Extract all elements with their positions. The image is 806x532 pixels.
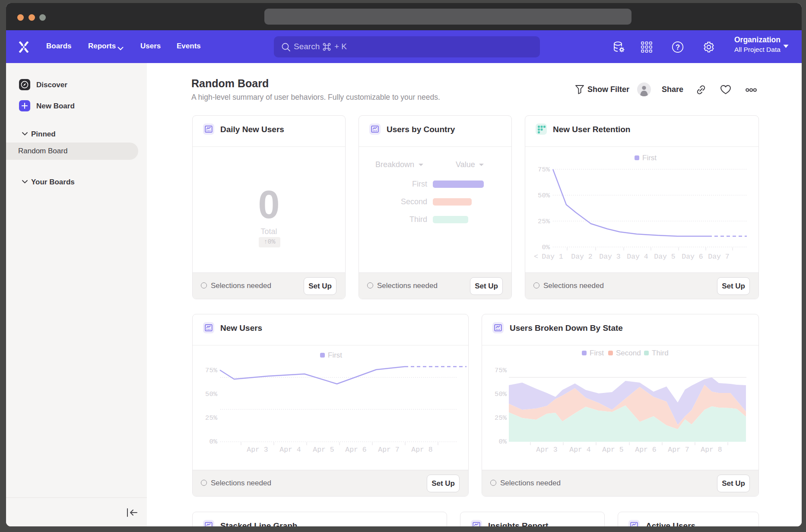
svg-text:Apr 7: Apr 7 bbox=[668, 446, 689, 454]
svg-text:Apr 3: Apr 3 bbox=[247, 446, 268, 454]
svg-text:Apr 5: Apr 5 bbox=[313, 446, 334, 454]
svg-text:50%: 50% bbox=[538, 192, 550, 200]
svg-text:Apr 4: Apr 4 bbox=[279, 446, 301, 454]
svg-text:Day 2: Day 2 bbox=[571, 253, 593, 261]
svg-text:Day 5: Day 5 bbox=[654, 253, 676, 261]
svg-text:Day 3: Day 3 bbox=[599, 253, 621, 261]
svg-text:75%: 75% bbox=[205, 367, 218, 374]
svg-text:75%: 75% bbox=[495, 367, 507, 374]
svg-text:0%: 0% bbox=[542, 244, 550, 251]
svg-text:Day 6: Day 6 bbox=[682, 253, 703, 261]
svg-text:Third: Third bbox=[652, 349, 669, 357]
svg-text:First: First bbox=[590, 349, 604, 357]
svg-text:?: ? bbox=[676, 43, 680, 51]
svg-text:Apr 5: Apr 5 bbox=[602, 446, 624, 454]
svg-text:25%: 25% bbox=[495, 414, 507, 422]
svg-text:50%: 50% bbox=[495, 390, 507, 398]
svg-text:First: First bbox=[328, 351, 342, 359]
svg-text:25%: 25% bbox=[205, 414, 218, 422]
svg-text:Apr 7: Apr 7 bbox=[378, 446, 400, 454]
svg-text:Apr 3: Apr 3 bbox=[536, 446, 558, 454]
svg-text:Apr 6: Apr 6 bbox=[345, 446, 367, 454]
svg-text:<: < bbox=[534, 253, 538, 261]
svg-text:Second: Second bbox=[616, 349, 641, 357]
svg-text:75%: 75% bbox=[538, 166, 550, 174]
svg-text:Apr 8: Apr 8 bbox=[411, 446, 433, 454]
svg-text:Day 1: Day 1 bbox=[542, 253, 563, 261]
svg-text:Apr 4: Apr 4 bbox=[569, 446, 591, 454]
svg-text:Apr 8: Apr 8 bbox=[701, 446, 722, 454]
svg-text:First: First bbox=[642, 154, 657, 162]
svg-text:Day 4: Day 4 bbox=[627, 253, 648, 261]
svg-text:25%: 25% bbox=[538, 218, 550, 225]
svg-text:Apr 6: Apr 6 bbox=[635, 446, 657, 454]
svg-text:50%: 50% bbox=[205, 390, 218, 398]
svg-text:0%: 0% bbox=[498, 438, 507, 446]
svg-text:Day 7: Day 7 bbox=[708, 253, 730, 261]
svg-text:0%: 0% bbox=[209, 438, 217, 446]
